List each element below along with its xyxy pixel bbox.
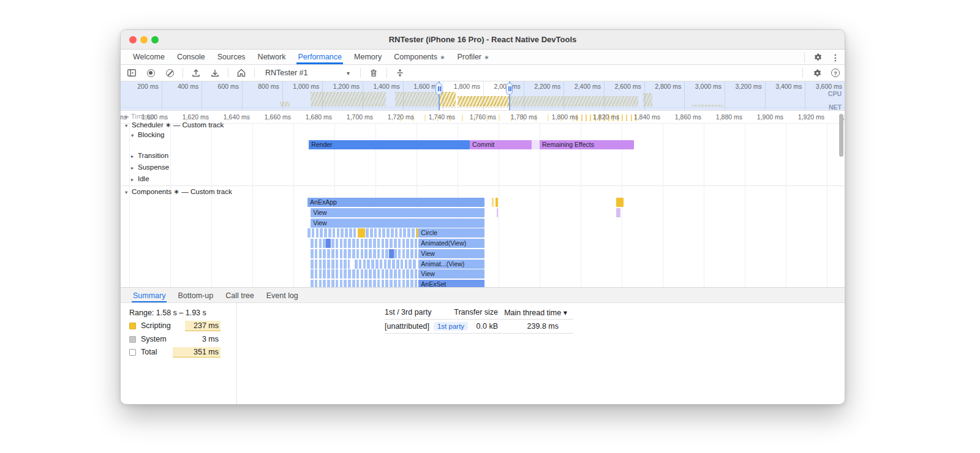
main-thread-time-column-header[interactable]: Main thread time ▾ — [489, 308, 567, 317]
component-call-stripes[interactable] — [311, 269, 417, 279]
details-tab-bottom-up[interactable]: Bottom-up — [176, 288, 214, 302]
vertical-scrollbar-thumb[interactable] — [839, 114, 843, 157]
chevron-down-icon: ▾ — [347, 70, 350, 77]
chevron-collapsed-icon: ▸ — [131, 165, 138, 171]
flame-bar-unnamed[interactable] — [616, 208, 620, 217]
legend-row-total: Total351 ms — [129, 348, 228, 358]
timeline-tick-label: 1,620 ms — [172, 113, 209, 121]
more-options-kebab-icon[interactable]: ⋮ — [831, 53, 840, 62]
scheduler-event-commit[interactable]: Commit — [470, 140, 532, 149]
save-profile-icon[interactable] — [209, 67, 221, 79]
transfer-column-header[interactable]: Transfer size — [424, 308, 498, 316]
tab-memory[interactable]: Memory — [353, 50, 383, 64]
flame-mark[interactable] — [496, 198, 498, 207]
tabbar-separator — [804, 53, 805, 62]
details-tab-summary[interactable]: Summary — [132, 288, 167, 302]
track-row-blocking[interactable]: ▾Blocking — [131, 131, 164, 138]
timeline-tick-label: 1,640 ms — [213, 113, 250, 121]
flame-bar-view[interactable]: View — [418, 269, 484, 279]
details-tab-bar: SummaryBottom-upCall treeEvent log — [121, 287, 845, 303]
main-tab-bar: WelcomeConsoleSourcesNetworkPerformanceM… — [121, 50, 845, 65]
collect-garbage-icon[interactable] — [368, 67, 380, 79]
scheduler-event-render[interactable]: Render — [309, 140, 470, 149]
target-selector-value: RNTester #1 — [265, 69, 307, 77]
tab-sources[interactable]: Sources — [216, 50, 247, 64]
collapse-rows-icon[interactable] — [394, 67, 406, 79]
overview-tick-label: 1,400 ms — [356, 83, 400, 90]
flame-mark[interactable] — [492, 198, 494, 207]
timeline-gridline — [704, 123, 704, 287]
overview-tick-label: 3,400 ms — [758, 83, 802, 90]
overview-tick-label: 400 ms — [154, 83, 198, 90]
record-icon[interactable] — [145, 67, 157, 79]
component-call-stripes[interactable] — [355, 260, 417, 269]
tab-profiler[interactable]: Profiler∗ — [456, 50, 490, 64]
timeline-overview[interactable]: CPU NET 200 ms400 ms600 ms800 ms1,000 ms… — [121, 81, 845, 111]
tab-network[interactable]: Network — [257, 50, 287, 64]
capture-settings-gear-icon[interactable] — [811, 67, 823, 79]
selection-handle-right[interactable] — [509, 81, 510, 110]
selection-handle-left-grip[interactable] — [435, 83, 442, 95]
component-call-stripes[interactable] — [311, 260, 350, 269]
flame-bar-anexset[interactable]: AnExSet — [418, 280, 484, 287]
timeline-tick-label: 1,780 ms — [500, 113, 537, 121]
tab-welcome[interactable]: Welcome — [132, 50, 166, 64]
scheduler-event-connector[interactable] — [532, 140, 540, 149]
help-icon[interactable]: ? — [831, 69, 840, 77]
details-tab-event-log[interactable]: Event log — [265, 288, 300, 302]
legend-value: 237 ms — [185, 321, 221, 331]
track-row-transition[interactable]: ▸Transition — [131, 152, 168, 159]
legend-value: 3 ms — [189, 334, 221, 345]
toggle-sidebar-icon[interactable] — [126, 67, 138, 79]
clear-icon[interactable] — [164, 67, 176, 79]
flame-mark[interactable] — [497, 208, 498, 217]
flame-bar-anexapp[interactable]: AnExApp — [307, 198, 484, 207]
range-label: Range: 1.58 s – 1.93 s — [129, 309, 206, 317]
window-title: RNTester (iPhone 16 Pro) - React Native … — [121, 30, 845, 50]
flame-bar-animated-view-[interactable]: Animated(View) — [418, 239, 484, 248]
live-metrics-home-icon[interactable] — [235, 67, 247, 79]
devtools-window: RNTester (iPhone 16 Pro) - React Native … — [120, 29, 845, 405]
tab-components[interactable]: Components∗ — [393, 50, 446, 64]
timeline-tick-label: 1,840 ms — [624, 113, 660, 121]
component-call-stripes[interactable] — [311, 249, 417, 258]
flame-bar-animat-view-[interactable]: Animat...(View) — [418, 260, 484, 269]
tab-console[interactable]: Console — [176, 50, 206, 64]
component-call-stripes[interactable] — [311, 280, 417, 287]
flame-mark[interactable] — [358, 228, 365, 238]
scheduler-event-remaining-effects[interactable]: Remaining Effects — [540, 140, 634, 149]
timeline-tick-label: 1,740 ms — [418, 113, 455, 121]
timeline-tick-label: 1,700 ms — [336, 113, 373, 121]
flame-bar-circle[interactable]: Circle — [418, 228, 484, 238]
party-row-time: 239.8 ms — [483, 322, 559, 331]
flame-bar-view[interactable]: View — [311, 219, 484, 228]
flame-bar-unnamed[interactable] — [616, 198, 624, 207]
tab-performance[interactable]: Performance — [296, 50, 343, 64]
track-scheduler-header[interactable]: ▾Scheduler ∗ — Custom track — [125, 121, 224, 129]
flame-bar-view[interactable]: View — [418, 249, 484, 258]
timeline-gridline — [663, 123, 663, 287]
timeline-gridline — [252, 123, 253, 287]
legend-swatch — [129, 349, 136, 356]
track-row-idle[interactable]: ▸Idle — [131, 175, 149, 182]
selection-handle-right-grip[interactable] — [506, 83, 513, 95]
timeline-tick-label: 1,660 ms — [254, 113, 291, 121]
overview-tick-label: 2,200 ms — [516, 83, 560, 90]
timeline-main-view[interactable]: ▸ Timings1,580 ms1,600 ms1,620 ms1,640 m… — [121, 111, 845, 287]
legend-label: Scripting — [141, 321, 171, 330]
timeline-tick-label: 1,860 ms — [665, 113, 701, 121]
flame-mark[interactable] — [326, 239, 331, 248]
flame-mark[interactable] — [389, 249, 394, 258]
selection-handle-left[interactable] — [439, 81, 440, 110]
flame-bar-view[interactable]: View — [311, 208, 484, 217]
overview-tick-label: 3,600 ms — [798, 83, 842, 90]
track-row-suspense[interactable]: ▸Suspense — [131, 163, 169, 171]
settings-gear-icon[interactable] — [813, 53, 823, 62]
timeline-tick-label: 1,720 ms — [377, 113, 414, 121]
track-components-header[interactable]: ▾Components ∗ — Custom track — [125, 187, 232, 196]
load-profile-icon[interactable] — [190, 67, 202, 79]
details-tab-call-tree[interactable]: Call tree — [224, 288, 255, 302]
target-selector[interactable]: RNTester #1 ▾ — [262, 67, 353, 78]
timeline-gridline — [129, 123, 130, 287]
toolbar-separator — [360, 68, 361, 78]
